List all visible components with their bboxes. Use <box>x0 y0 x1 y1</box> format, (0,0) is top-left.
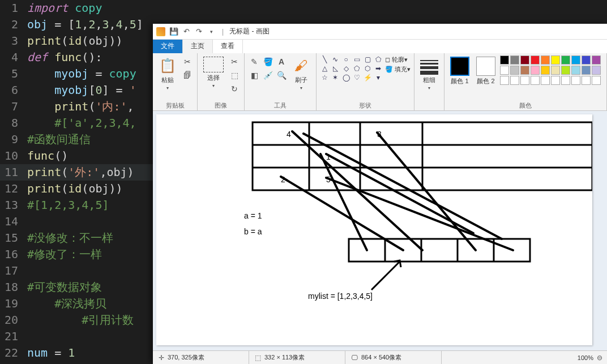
palette-swatch[interactable] <box>561 76 570 85</box>
shape-diamond-icon[interactable]: ◇ <box>341 65 350 72</box>
rotate-icon[interactable]: ↻ <box>228 83 241 95</box>
palette-swatch[interactable] <box>551 66 560 75</box>
group-label: 颜色 <box>448 101 603 109</box>
palette-swatch[interactable] <box>531 76 540 85</box>
chevron-down-icon: ▾ <box>212 83 215 88</box>
palette-swatch[interactable] <box>561 55 570 65</box>
cut-icon[interactable]: ✂ <box>181 55 194 68</box>
status-canvas-size: 🖵864 × 540像素 <box>345 351 442 364</box>
titlebar[interactable]: 💾 ↶ ↷ ▾ | 无标题 - 画图 <box>153 24 607 40</box>
color2-button[interactable]: 颜色 2 <box>474 55 498 87</box>
palette-swatch[interactable] <box>500 66 509 75</box>
palette-swatch[interactable] <box>571 66 580 75</box>
bucket-icon[interactable]: 🪣 <box>262 55 274 68</box>
shape-tri-icon[interactable]: △ <box>320 65 329 72</box>
shape-poly-icon[interactable]: ⬠ <box>374 55 383 63</box>
svg-line-23 <box>371 262 400 290</box>
palette-swatch[interactable] <box>561 66 570 75</box>
palette-swatch[interactable] <box>500 76 509 85</box>
code-area[interactable]: import copyobj = [1,2,3,4,5]print(id(obj… <box>27 0 143 361</box>
palette-swatch[interactable] <box>531 55 540 65</box>
palette-swatch[interactable] <box>520 76 529 85</box>
group-thickness: 粗细 ▾ <box>414 53 444 110</box>
palette-swatch[interactable] <box>510 76 519 85</box>
picker-icon[interactable]: 💉 <box>262 69 274 82</box>
shape-line-icon[interactable]: ╲ <box>320 55 329 63</box>
redo-icon[interactable]: ↷ <box>194 27 204 37</box>
qat-dropdown-icon[interactable]: ▾ <box>206 27 216 37</box>
group-label: 剪贴板 <box>156 101 194 109</box>
shape-callout-icon[interactable]: ◯ <box>341 74 350 82</box>
tab-view[interactable]: 查看 <box>213 40 243 53</box>
cursor-pos-icon: ✛ <box>159 354 164 362</box>
palette-swatch[interactable] <box>541 76 550 85</box>
pencil-icon[interactable]: ✎ <box>248 55 260 68</box>
canvas-area[interactable]: 4 3 1 2 5 <box>153 111 607 350</box>
palette-swatch[interactable] <box>592 66 601 75</box>
select-rect-icon <box>203 57 224 72</box>
outline-button[interactable]: ◻ 轮廓▾ <box>385 55 411 64</box>
shape-rect-icon[interactable]: ▭ <box>352 55 361 63</box>
status-zoom[interactable]: 100%⊖ <box>573 354 607 362</box>
paste-button[interactable]: 📋 粘贴 ▾ <box>156 55 179 92</box>
paint-app-icon <box>156 27 165 36</box>
shape-rtri-icon[interactable]: ◺ <box>331 65 340 72</box>
group-colors: 颜色 1 颜色 2 颜色 <box>444 53 607 110</box>
color-palette <box>500 55 601 85</box>
tab-home[interactable]: 主页 <box>183 40 213 53</box>
palette-swatch[interactable] <box>541 66 550 75</box>
tab-file[interactable]: 文件 <box>153 40 183 53</box>
shape-pent-icon[interactable]: ⬠ <box>352 65 361 72</box>
select-button[interactable]: 选择 ▾ <box>201 55 226 89</box>
color1-button[interactable]: 颜色 1 <box>448 55 472 87</box>
group-label: 工具 <box>248 101 313 109</box>
color1-swatch <box>450 57 469 76</box>
eraser-icon[interactable]: ◧ <box>248 69 260 82</box>
palette-swatch[interactable] <box>551 55 560 65</box>
canvas[interactable]: 4 3 1 2 5 <box>156 114 592 345</box>
shape-hex-icon[interactable]: ⬡ <box>363 65 372 72</box>
palette-swatch[interactable] <box>571 76 580 85</box>
shape-oval-icon[interactable]: ○ <box>341 55 350 63</box>
palette-swatch[interactable] <box>582 66 591 75</box>
ribbon-tabs: 文件 主页 查看 <box>153 40 607 53</box>
shape-star-icon[interactable]: ☆ <box>320 74 329 82</box>
shapes-gallery[interactable]: ╲∿○▭▢⬠ △◺◇⬠⬡➡ ☆✶◯♡⚡▾ <box>320 55 383 82</box>
palette-swatch[interactable] <box>582 55 591 65</box>
palette-swatch[interactable] <box>510 66 519 75</box>
brushes-button[interactable]: 🖌 刷子 ▾ <box>290 55 313 92</box>
svg-text:4: 4 <box>287 130 291 139</box>
text-icon[interactable]: A <box>275 55 288 68</box>
save-icon[interactable]: 💾 <box>169 27 179 37</box>
palette-swatch[interactable] <box>531 66 540 75</box>
shape-bolt-icon[interactable]: ⚡ <box>363 74 372 82</box>
fill-button[interactable]: 🪣 填充▾ <box>385 65 411 74</box>
undo-icon[interactable]: ↶ <box>181 27 191 37</box>
palette-swatch[interactable] <box>541 55 550 65</box>
palette-swatch[interactable] <box>551 76 560 85</box>
palette-swatch[interactable] <box>592 76 601 85</box>
shape-roundrect-icon[interactable]: ▢ <box>363 55 372 63</box>
shape-more-icon[interactable]: ▾ <box>374 74 383 82</box>
crop-icon[interactable]: ✂ <box>228 55 241 68</box>
shape-arrow-icon[interactable]: ➡ <box>374 65 383 72</box>
shape-curve-icon[interactable]: ∿ <box>331 55 340 63</box>
shape-star6-icon[interactable]: ✶ <box>331 74 340 82</box>
group-image: 选择 ▾ ✂ ⬚ ↻ 图像 <box>198 53 245 110</box>
copy-icon[interactable]: 🗐 <box>181 69 194 82</box>
resize-icon[interactable]: ⬚ <box>228 69 241 82</box>
zoom-icon[interactable]: 🔍 <box>275 69 288 82</box>
shape-heart-icon[interactable]: ♡ <box>352 74 361 82</box>
zoom-out-icon[interactable]: ⊖ <box>597 354 602 362</box>
palette-swatch[interactable] <box>500 55 509 65</box>
thickness-button[interactable]: 粗细 ▾ <box>418 55 441 92</box>
palette-swatch[interactable] <box>571 55 580 65</box>
palette-swatch[interactable] <box>592 55 601 65</box>
palette-swatch[interactable] <box>582 76 591 85</box>
thickness-icon <box>420 57 438 75</box>
status-bar: ✛370, 325像素 ⬚332 × 113像素 🖵864 × 540像素 10… <box>153 350 607 364</box>
palette-swatch[interactable] <box>520 66 529 75</box>
palette-swatch[interactable] <box>520 55 529 65</box>
palette-swatch[interactable] <box>510 55 519 65</box>
quick-access-toolbar: 💾 ↶ ↷ ▾ <box>169 27 216 37</box>
